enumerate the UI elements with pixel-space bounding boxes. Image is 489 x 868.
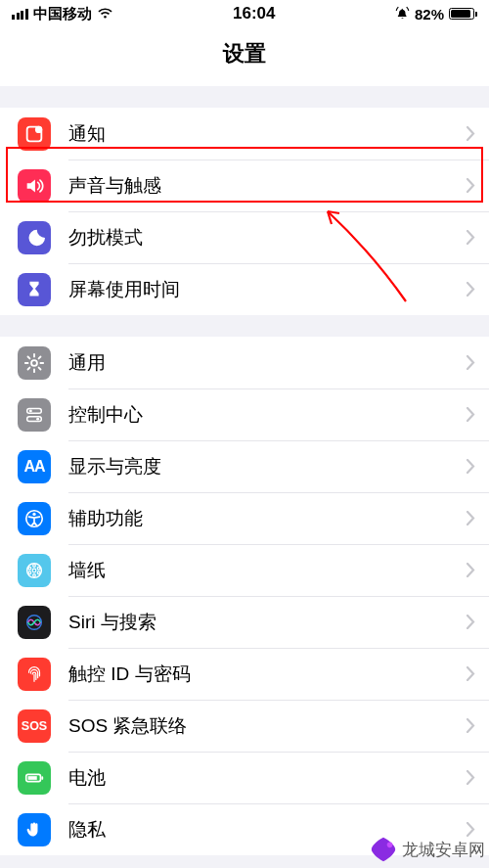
svg-point-8 — [32, 512, 35, 515]
svg-point-12 — [37, 567, 40, 570]
chevron-right-icon — [467, 770, 475, 785]
page-title: 设置 — [0, 27, 489, 86]
chevron-right-icon — [467, 563, 475, 577]
watermark-text: 龙城安卓网 — [402, 839, 485, 861]
chevron-right-icon — [467, 282, 475, 297]
svg-point-14 — [33, 573, 36, 576]
svg-point-2 — [31, 360, 37, 366]
watermark: 龙城安卓网 — [369, 835, 485, 864]
settings-group-1: 通知 声音与触感 勿扰模式 屏幕使用时间 — [0, 108, 489, 315]
svg-point-15 — [28, 571, 31, 573]
row-label: 通知 — [68, 121, 467, 147]
row-label: 通用 — [68, 350, 467, 376]
wifi-icon — [97, 6, 113, 23]
accessibility-icon — [18, 502, 51, 535]
row-notifications[interactable]: 通知 — [0, 108, 489, 160]
status-left: 中国移动 — [12, 5, 113, 23]
svg-point-9 — [27, 563, 42, 577]
sos-icon: SOS — [18, 709, 51, 743]
svg-point-6 — [36, 417, 39, 420]
row-dnd[interactable]: 勿扰模式 — [0, 211, 489, 263]
sound-icon — [18, 169, 51, 203]
row-label: 触控 ID 与密码 — [68, 662, 467, 687]
chevron-right-icon — [467, 615, 475, 629]
chevron-right-icon — [467, 230, 475, 245]
row-label: SOS 紧急联络 — [68, 713, 467, 739]
svg-rect-5 — [27, 416, 42, 421]
chevron-right-icon — [467, 718, 475, 733]
watermark-icon — [369, 835, 398, 864]
wallpaper-icon — [18, 554, 51, 587]
alarm-icon — [395, 5, 410, 23]
status-time: 16:04 — [233, 4, 275, 23]
svg-point-16 — [28, 567, 31, 570]
chevron-right-icon — [467, 407, 475, 422]
fingerprint-icon — [18, 658, 51, 691]
svg-rect-19 — [41, 776, 43, 780]
row-controlcenter[interactable]: 控制中心 — [0, 388, 489, 440]
row-wallpaper[interactable]: 墙纸 — [0, 544, 489, 596]
notifications-icon — [18, 117, 51, 151]
signal-icon — [12, 9, 28, 20]
svg-point-11 — [33, 564, 36, 567]
row-label: 屏幕使用时间 — [68, 277, 467, 302]
battery-icon — [18, 761, 51, 795]
row-label: 控制中心 — [68, 402, 467, 428]
row-label: 声音与触感 — [68, 173, 467, 199]
row-label: 勿扰模式 — [68, 225, 467, 251]
row-sounds[interactable]: 声音与触感 — [0, 160, 489, 211]
chevron-right-icon — [467, 178, 475, 193]
row-display[interactable]: AA 显示与亮度 — [0, 440, 489, 492]
carrier-label: 中国移动 — [33, 5, 92, 23]
row-label: Siri 与搜索 — [68, 610, 467, 635]
row-general[interactable]: 通用 — [0, 337, 489, 388]
chevron-right-icon — [467, 126, 475, 141]
row-label: 电池 — [68, 765, 467, 791]
gear-icon — [18, 346, 51, 380]
chevron-right-icon — [467, 511, 475, 525]
chevron-right-icon — [467, 355, 475, 370]
svg-rect-20 — [28, 776, 37, 780]
status-bar: 中国移动 16:04 82% — [0, 0, 489, 27]
row-touchid[interactable]: 触控 ID 与密码 — [0, 648, 489, 700]
aa-icon: AA — [18, 450, 51, 483]
row-screentime[interactable]: 屏幕使用时间 — [0, 263, 489, 315]
hand-icon — [18, 813, 51, 846]
svg-point-4 — [29, 409, 32, 412]
row-sos[interactable]: SOS SOS 紧急联络 — [0, 700, 489, 752]
switches-icon — [18, 398, 51, 432]
siri-icon — [18, 606, 51, 639]
battery-icon — [449, 8, 477, 20]
svg-point-1 — [35, 125, 42, 132]
settings-group-2: 通用 控制中心 AA 显示与亮度 辅助功能 墙纸 Siri 与搜索 — [0, 337, 489, 855]
hourglass-icon — [18, 273, 51, 306]
status-right: 82% — [395, 5, 477, 23]
row-battery[interactable]: 电池 — [0, 752, 489, 803]
row-siri[interactable]: Siri 与搜索 — [0, 596, 489, 648]
svg-point-10 — [32, 569, 36, 572]
row-label: 辅助功能 — [68, 506, 467, 531]
row-label: 显示与亮度 — [68, 454, 467, 480]
svg-point-13 — [37, 571, 40, 573]
chevron-right-icon — [467, 459, 475, 474]
row-label: 墙纸 — [68, 558, 467, 583]
battery-percent: 82% — [415, 6, 444, 23]
svg-point-21 — [387, 843, 393, 848]
moon-icon — [18, 221, 51, 254]
chevron-right-icon — [467, 666, 475, 681]
row-accessibility[interactable]: 辅助功能 — [0, 492, 489, 544]
